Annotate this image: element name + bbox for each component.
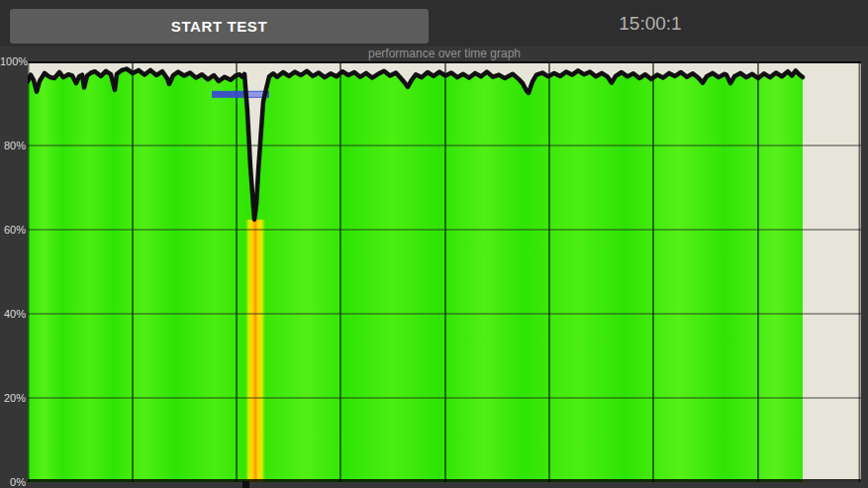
timer-display: 15:00:1	[433, 13, 868, 35]
average-marker-light-segment	[246, 92, 264, 97]
start-test-button[interactable]: START TEST	[10, 9, 429, 44]
y-axis-label-60: 60%	[0, 224, 26, 236]
chart-title: performance over time graph	[28, 47, 861, 61]
y-axis-label-40: 40%	[0, 308, 26, 320]
top-bar: START TEST 15:00:1	[0, 0, 868, 47]
green-performance-area	[28, 69, 803, 482]
y-axis-label-0: 0%	[0, 476, 26, 488]
throttle-stripe	[245, 220, 265, 482]
cpu-test-app: START TEST 15:00:1 performance over time…	[0, 0, 868, 488]
x-axis-tick	[242, 481, 249, 488]
performance-chart	[28, 61, 861, 482]
performance-chart-canvas	[28, 61, 861, 482]
y-axis-label-100: 100%	[0, 55, 26, 67]
y-axis-label-80: 80%	[0, 140, 26, 151]
y-axis-label-20: 20%	[0, 392, 26, 404]
